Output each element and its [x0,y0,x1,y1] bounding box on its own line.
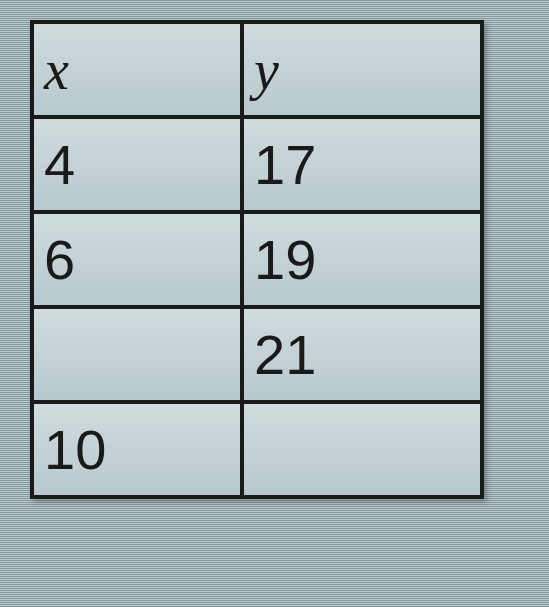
table-header-row: x y [32,22,482,117]
cell-y: 19 [242,212,482,307]
header-x: x [32,22,242,117]
table-row: 21 [32,307,482,402]
cell-x: 10 [32,402,242,497]
header-y: y [242,22,482,117]
cell-y [242,402,482,497]
cell-x: 4 [32,117,242,212]
cell-x: 6 [32,212,242,307]
table-row: 10 [32,402,482,497]
xy-table: x y 4 17 6 19 21 10 [30,20,484,499]
table-row: 6 19 [32,212,482,307]
cell-x [32,307,242,402]
cell-y: 17 [242,117,482,212]
cell-y: 21 [242,307,482,402]
table-row: 4 17 [32,117,482,212]
